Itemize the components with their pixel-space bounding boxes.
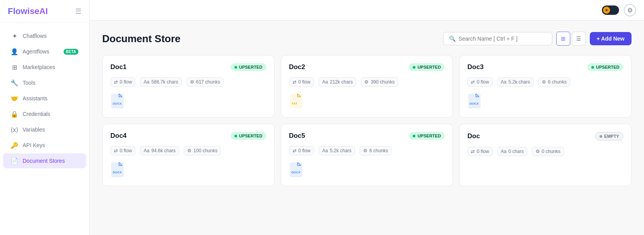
status-label: UPSERTED bbox=[596, 65, 619, 69]
card-header: Doc4 UPSERTED bbox=[110, 132, 266, 140]
theme-toggle[interactable]: ☀ bbox=[602, 5, 619, 15]
doc-card-doc6[interactable]: Doc EMPTY ⇄ 0 flow Aa 0 chars ⚙ 0 chunks bbox=[459, 124, 632, 186]
chars-count: 5.2k chars bbox=[330, 148, 351, 153]
search-input[interactable] bbox=[459, 36, 546, 42]
add-new-button[interactable]: + Add New bbox=[590, 32, 632, 45]
status-label: EMPTY bbox=[604, 134, 619, 139]
page-header: Document Store 🔍 ⊞ ☰ + Add New bbox=[102, 32, 632, 46]
sidebar-nav: ✦ Chatflows 👤 Agentflows BETA ⊞ Marketpl… bbox=[0, 23, 89, 235]
status-label: UPSERTED bbox=[417, 65, 441, 69]
card-stats: ⇄ 0 flow Aa 586.7k chars ⚙ 617 chunks bbox=[110, 77, 266, 87]
sidebar-item-label: Marketplaces bbox=[23, 64, 55, 70]
sidebar-item-label: Document Stores bbox=[23, 158, 65, 164]
chunks-stat: ⚙ 6 chunks bbox=[360, 146, 392, 155]
svg-rect-0 bbox=[111, 94, 124, 109]
status-badge: UPSERTED bbox=[231, 63, 266, 71]
logo: FlowiseAI bbox=[8, 6, 48, 16]
card-files: DOCX bbox=[110, 162, 266, 178]
file-icon-txt: TXT bbox=[289, 93, 303, 109]
sidebar-item-agentflows[interactable]: 👤 Agentflows BETA bbox=[3, 44, 86, 59]
chars-count: 586.7k chars bbox=[151, 79, 178, 85]
chars-count: 94.6k chars bbox=[151, 148, 176, 153]
chars-count: 0 chars bbox=[508, 149, 523, 154]
svg-text:DOCX: DOCX bbox=[470, 102, 479, 105]
doc-card-doc4[interactable]: Doc4 UPSERTED ⇄ 0 flow Aa 94.6k chars ⚙ … bbox=[102, 124, 275, 186]
beta-badge: BETA bbox=[64, 49, 78, 55]
file-icon-docx: DOCX bbox=[467, 93, 481, 109]
flow-count: 0 flow bbox=[120, 79, 132, 85]
doc-card-doc2[interactable]: Doc2 UPSERTED ⇄ 0 flow Aa 212k chars ⚙ 3… bbox=[281, 55, 453, 118]
flow-count: 0 flow bbox=[477, 149, 489, 154]
topbar: ☀ ⚙ bbox=[90, 0, 644, 21]
chunks-count: 6 chunks bbox=[369, 148, 388, 153]
sidebar-item-label: API Keys bbox=[23, 142, 45, 148]
card-title: Doc5 bbox=[289, 132, 305, 140]
chunks-icon: ⚙ bbox=[363, 148, 367, 153]
flow-icon: ⇄ bbox=[293, 79, 296, 85]
grid-view-button[interactable]: ⊞ bbox=[556, 32, 570, 46]
card-title: Doc2 bbox=[289, 63, 305, 71]
card-header: Doc2 UPSERTED bbox=[289, 63, 445, 71]
list-view-button[interactable]: ☰ bbox=[572, 32, 586, 46]
sidebar-item-document-stores[interactable]: 📄 Document Stores bbox=[3, 153, 86, 168]
sidebar-item-tools[interactable]: 🔧 Tools bbox=[3, 75, 86, 90]
chunks-stat: ⚙ 6 chunks bbox=[538, 77, 570, 87]
sidebar-item-label: Chatflows bbox=[23, 33, 46, 39]
card-stats: ⇄ 0 flow Aa 0 chars ⚙ 0 chunks bbox=[467, 147, 623, 156]
card-stats: ⇄ 0 flow Aa 5.2k chars ⚙ 6 chunks bbox=[289, 146, 445, 155]
chunks-stat: ⚙ 617 chunks bbox=[186, 77, 224, 87]
chars-icon: Aa bbox=[501, 149, 507, 154]
svg-text:TXT: TXT bbox=[291, 102, 297, 105]
svg-text:DOCX: DOCX bbox=[291, 171, 301, 174]
flow-stat: ⇄ 0 flow bbox=[467, 77, 492, 87]
doc-card-doc3[interactable]: Doc3 UPSERTED ⇄ 0 flow Aa 5.2k chars ⚙ 6… bbox=[459, 55, 632, 118]
sidebar-item-marketplaces[interactable]: ⊞ Marketplaces bbox=[3, 60, 86, 75]
card-stats: ⇄ 0 flow Aa 94.6k chars ⚙ 100 chunks bbox=[110, 146, 266, 155]
chunks-icon: ⚙ bbox=[187, 148, 192, 153]
card-header: Doc5 UPSERTED bbox=[289, 132, 445, 140]
card-stats: ⇄ 0 flow Aa 5.2k chars ⚙ 6 chunks bbox=[467, 77, 623, 87]
doc-card-doc5[interactable]: Doc5 UPSERTED ⇄ 0 flow Aa 5.2k chars ⚙ 6… bbox=[281, 124, 453, 186]
card-stats: ⇄ 0 flow Aa 212k chars ⚙ 390 chunks bbox=[289, 77, 445, 87]
view-toggle: ⊞ ☰ bbox=[556, 32, 586, 46]
sidebar-item-chatflows[interactable]: ✦ Chatflows bbox=[3, 28, 86, 43]
chunks-stat: ⚙ 0 chunks bbox=[532, 147, 564, 156]
flow-icon: ⇄ bbox=[471, 149, 475, 154]
sidebar-item-variables[interactable]: ⟨x⟩ Variables bbox=[3, 122, 86, 137]
flow-stat: ⇄ 0 flow bbox=[289, 146, 314, 155]
chunks-icon: ⚙ bbox=[542, 79, 546, 85]
chars-stat: Aa 0 chars bbox=[497, 147, 527, 156]
card-files: DOCX bbox=[110, 93, 266, 109]
svg-text:DOCX: DOCX bbox=[113, 171, 122, 174]
agentflows-icon: 👤 bbox=[11, 48, 18, 55]
card-header: Doc3 UPSERTED bbox=[467, 63, 623, 71]
chunks-icon: ⚙ bbox=[536, 149, 540, 154]
chars-stat: Aa 5.2k chars bbox=[319, 146, 355, 155]
flow-count: 0 flow bbox=[477, 79, 489, 85]
card-files: DOCX bbox=[467, 93, 623, 109]
chunks-stat: ⚙ 100 chunks bbox=[184, 146, 221, 155]
chars-count: 5.2k chars bbox=[508, 79, 530, 85]
cards-grid: Doc1 UPSERTED ⇄ 0 flow Aa 586.7k chars ⚙… bbox=[102, 55, 632, 186]
marketplaces-icon: ⊞ bbox=[11, 64, 18, 71]
status-dot bbox=[413, 66, 415, 69]
sidebar-item-assistants[interactable]: 🤝 Assistants bbox=[3, 91, 86, 106]
variables-icon: ⟨x⟩ bbox=[11, 126, 18, 133]
theme-toggle-knob: ☀ bbox=[603, 7, 610, 14]
status-dot bbox=[600, 135, 602, 138]
chunks-icon: ⚙ bbox=[364, 79, 369, 85]
file-icon-docx: DOCX bbox=[110, 93, 124, 109]
sidebar-item-credentials[interactable]: 🔒 Credentials bbox=[3, 107, 86, 121]
svg-rect-8 bbox=[290, 162, 302, 177]
status-dot bbox=[413, 135, 415, 137]
doc-card-doc1[interactable]: Doc1 UPSERTED ⇄ 0 flow Aa 586.7k chars ⚙… bbox=[102, 55, 275, 118]
flow-count: 0 flow bbox=[298, 148, 310, 153]
settings-icon[interactable]: ⚙ bbox=[624, 4, 636, 16]
flow-icon: ⇄ bbox=[114, 79, 118, 85]
menu-icon[interactable]: ☰ bbox=[75, 7, 82, 16]
card-header: Doc1 UPSERTED bbox=[110, 63, 266, 71]
status-label: UPSERTED bbox=[239, 134, 263, 138]
sidebar-item-api-keys[interactable]: 🔑 API Keys bbox=[3, 138, 86, 153]
chars-stat: Aa 586.7k chars bbox=[140, 77, 181, 87]
chunks-count: 617 chunks bbox=[196, 79, 220, 85]
